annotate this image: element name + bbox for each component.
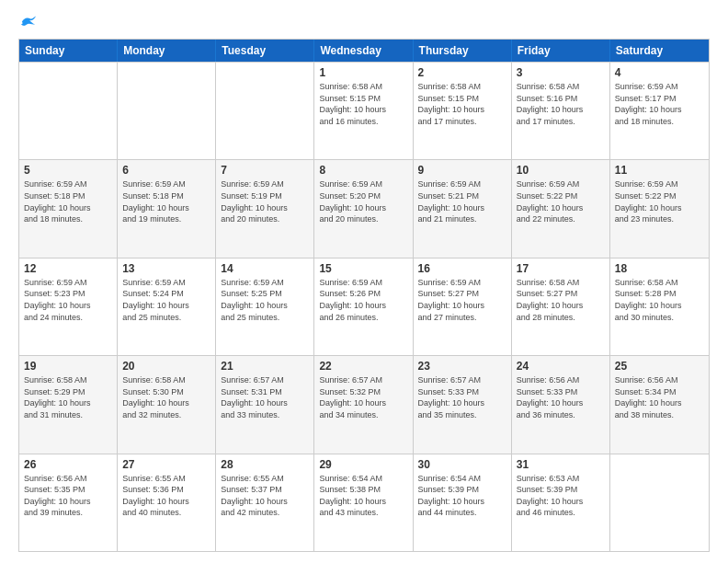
cell-info: Sunrise: 6:58 AM Sunset: 5:28 PM Dayligh… (615, 277, 704, 323)
day-number: 17 (517, 262, 605, 275)
calendar-cell: 22Sunrise: 6:57 AM Sunset: 5:32 PM Dayli… (314, 356, 413, 453)
day-number: 14 (221, 262, 309, 275)
cell-info: Sunrise: 6:58 AM Sunset: 5:16 PM Dayligh… (517, 81, 605, 127)
calendar-cell (19, 63, 118, 159)
day-number: 30 (418, 458, 506, 471)
day-number: 26 (24, 458, 112, 471)
header-day-monday: Monday (118, 40, 216, 62)
day-number: 9 (418, 164, 506, 177)
cell-info: Sunrise: 6:56 AM Sunset: 5:33 PM Dayligh… (517, 374, 605, 420)
calendar-row: 12Sunrise: 6:59 AM Sunset: 5:23 PM Dayli… (19, 258, 709, 355)
day-number: 18 (615, 262, 704, 275)
cell-info: Sunrise: 6:59 AM Sunset: 5:25 PM Dayligh… (221, 277, 309, 323)
cell-info: Sunrise: 6:59 AM Sunset: 5:24 PM Dayligh… (122, 277, 210, 323)
cell-info: Sunrise: 6:59 AM Sunset: 5:22 PM Dayligh… (517, 178, 605, 224)
cell-info: Sunrise: 6:59 AM Sunset: 5:20 PM Dayligh… (319, 178, 407, 224)
calendar-cell: 3Sunrise: 6:58 AM Sunset: 5:16 PM Daylig… (512, 63, 610, 159)
day-number: 15 (319, 262, 407, 275)
calendar-cell: 2Sunrise: 6:58 AM Sunset: 5:15 PM Daylig… (414, 63, 512, 159)
cell-info: Sunrise: 6:57 AM Sunset: 5:31 PM Dayligh… (221, 374, 309, 420)
cell-info: Sunrise: 6:59 AM Sunset: 5:26 PM Dayligh… (319, 277, 407, 323)
cell-info: Sunrise: 6:58 AM Sunset: 5:15 PM Dayligh… (418, 81, 506, 127)
calendar-cell: 13Sunrise: 6:59 AM Sunset: 5:24 PM Dayli… (118, 259, 216, 355)
day-number: 11 (615, 164, 704, 177)
calendar-cell (610, 454, 709, 551)
cell-info: Sunrise: 6:59 AM Sunset: 5:18 PM Dayligh… (122, 178, 210, 224)
day-number: 13 (122, 262, 210, 275)
day-number: 2 (418, 66, 506, 79)
calendar-cell: 7Sunrise: 6:59 AM Sunset: 5:19 PM Daylig… (216, 160, 314, 257)
cell-info: Sunrise: 6:58 AM Sunset: 5:30 PM Dayligh… (122, 374, 210, 420)
day-number: 5 (24, 164, 112, 177)
cell-info: Sunrise: 6:58 AM Sunset: 5:15 PM Dayligh… (319, 81, 407, 127)
day-number: 28 (221, 458, 309, 471)
calendar-cell: 19Sunrise: 6:58 AM Sunset: 5:29 PM Dayli… (19, 356, 118, 453)
cell-info: Sunrise: 6:58 AM Sunset: 5:29 PM Dayligh… (24, 374, 112, 420)
calendar-cell: 14Sunrise: 6:59 AM Sunset: 5:25 PM Dayli… (216, 259, 314, 355)
day-number: 8 (319, 164, 407, 177)
cell-info: Sunrise: 6:53 AM Sunset: 5:39 PM Dayligh… (517, 473, 605, 519)
calendar-row: 5Sunrise: 6:59 AM Sunset: 5:18 PM Daylig… (19, 159, 709, 257)
calendar-cell: 30Sunrise: 6:54 AM Sunset: 5:39 PM Dayli… (414, 454, 512, 551)
calendar-cell: 12Sunrise: 6:59 AM Sunset: 5:23 PM Dayli… (19, 259, 118, 355)
cell-info: Sunrise: 6:57 AM Sunset: 5:32 PM Dayligh… (319, 374, 407, 420)
day-number: 20 (122, 360, 210, 373)
calendar-row: 1Sunrise: 6:58 AM Sunset: 5:15 PM Daylig… (19, 62, 709, 159)
calendar-cell: 28Sunrise: 6:55 AM Sunset: 5:37 PM Dayli… (216, 454, 314, 551)
calendar-cell: 5Sunrise: 6:59 AM Sunset: 5:18 PM Daylig… (19, 160, 118, 257)
calendar-cell: 17Sunrise: 6:58 AM Sunset: 5:27 PM Dayli… (512, 259, 610, 355)
cell-info: Sunrise: 6:56 AM Sunset: 5:35 PM Dayligh… (24, 473, 112, 519)
day-number: 3 (517, 66, 605, 79)
day-number: 4 (615, 66, 704, 79)
header-day-friday: Friday (512, 40, 610, 62)
header-day-tuesday: Tuesday (216, 40, 314, 62)
calendar-cell: 1Sunrise: 6:58 AM Sunset: 5:15 PM Daylig… (314, 63, 413, 159)
calendar-cell: 6Sunrise: 6:59 AM Sunset: 5:18 PM Daylig… (118, 160, 216, 257)
day-number: 25 (615, 360, 704, 373)
calendar-row: 19Sunrise: 6:58 AM Sunset: 5:29 PM Dayli… (19, 355, 709, 453)
day-number: 6 (122, 164, 210, 177)
calendar: SundayMondayTuesdayWednesdayThursdayFrid… (18, 39, 710, 552)
calendar-cell (216, 63, 314, 159)
cell-info: Sunrise: 6:54 AM Sunset: 5:39 PM Dayligh… (418, 473, 506, 519)
day-number: 12 (24, 262, 112, 275)
cell-info: Sunrise: 6:59 AM Sunset: 5:23 PM Dayligh… (24, 277, 112, 323)
calendar-cell: 29Sunrise: 6:54 AM Sunset: 5:38 PM Dayli… (314, 454, 413, 551)
day-number: 16 (418, 262, 506, 275)
page-header (18, 17, 710, 29)
cell-info: Sunrise: 6:55 AM Sunset: 5:36 PM Dayligh… (122, 473, 210, 519)
cell-info: Sunrise: 6:55 AM Sunset: 5:37 PM Dayligh… (221, 473, 309, 519)
day-number: 22 (319, 360, 407, 373)
calendar-page: SundayMondayTuesdayWednesdayThursdayFrid… (0, 0, 728, 563)
calendar-cell: 8Sunrise: 6:59 AM Sunset: 5:20 PM Daylig… (314, 160, 413, 257)
day-number: 27 (122, 458, 210, 471)
calendar-body: 1Sunrise: 6:58 AM Sunset: 5:15 PM Daylig… (19, 62, 709, 551)
calendar-cell: 15Sunrise: 6:59 AM Sunset: 5:26 PM Dayli… (314, 259, 413, 355)
header-day-thursday: Thursday (414, 40, 512, 62)
calendar-cell: 9Sunrise: 6:59 AM Sunset: 5:21 PM Daylig… (414, 160, 512, 257)
cell-info: Sunrise: 6:59 AM Sunset: 5:22 PM Dayligh… (615, 178, 704, 224)
calendar-cell: 16Sunrise: 6:59 AM Sunset: 5:27 PM Dayli… (414, 259, 512, 355)
cell-info: Sunrise: 6:56 AM Sunset: 5:34 PM Dayligh… (615, 374, 704, 420)
calendar-cell: 25Sunrise: 6:56 AM Sunset: 5:34 PM Dayli… (610, 356, 709, 453)
header-day-wednesday: Wednesday (314, 40, 413, 62)
calendar-cell: 24Sunrise: 6:56 AM Sunset: 5:33 PM Dayli… (512, 356, 610, 453)
header-day-saturday: Saturday (610, 40, 709, 62)
day-number: 24 (517, 360, 605, 373)
calendar-cell: 4Sunrise: 6:59 AM Sunset: 5:17 PM Daylig… (610, 63, 709, 159)
calendar-cell: 21Sunrise: 6:57 AM Sunset: 5:31 PM Dayli… (216, 356, 314, 453)
day-number: 23 (418, 360, 506, 373)
cell-info: Sunrise: 6:59 AM Sunset: 5:18 PM Dayligh… (24, 178, 112, 224)
cell-info: Sunrise: 6:59 AM Sunset: 5:21 PM Dayligh… (418, 178, 506, 224)
cell-info: Sunrise: 6:57 AM Sunset: 5:33 PM Dayligh… (418, 374, 506, 420)
calendar-cell: 11Sunrise: 6:59 AM Sunset: 5:22 PM Dayli… (610, 160, 709, 257)
calendar-cell: 27Sunrise: 6:55 AM Sunset: 5:36 PM Dayli… (118, 454, 216, 551)
cell-info: Sunrise: 6:58 AM Sunset: 5:27 PM Dayligh… (517, 277, 605, 323)
cell-info: Sunrise: 6:59 AM Sunset: 5:17 PM Dayligh… (615, 81, 704, 127)
calendar-cell: 31Sunrise: 6:53 AM Sunset: 5:39 PM Dayli… (512, 454, 610, 551)
calendar-header: SundayMondayTuesdayWednesdayThursdayFrid… (19, 40, 709, 62)
cell-info: Sunrise: 6:59 AM Sunset: 5:27 PM Dayligh… (418, 277, 506, 323)
cell-info: Sunrise: 6:54 AM Sunset: 5:38 PM Dayligh… (319, 473, 407, 519)
calendar-cell: 20Sunrise: 6:58 AM Sunset: 5:30 PM Dayli… (118, 356, 216, 453)
logo-bird-icon (20, 15, 37, 28)
